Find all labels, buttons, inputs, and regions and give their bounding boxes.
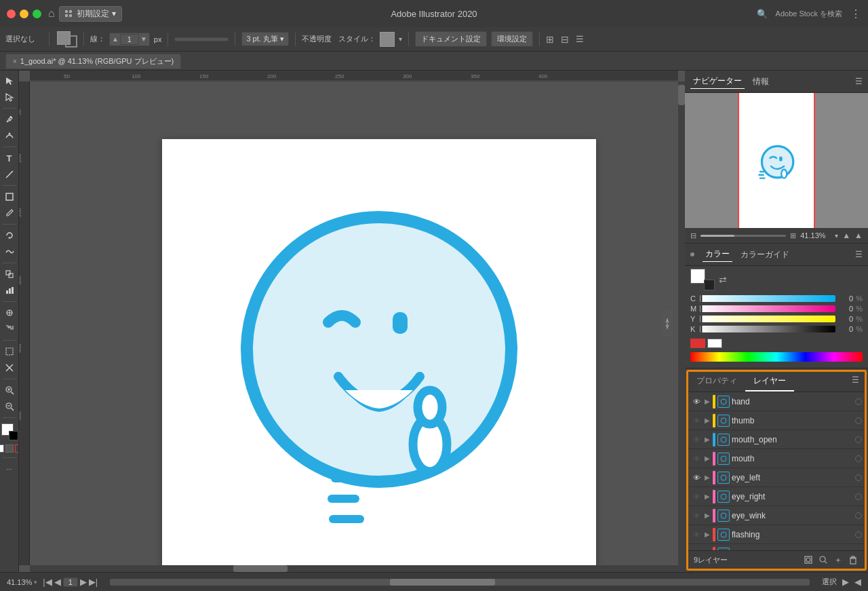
layer-arrow-mouth[interactable]: ▶ bbox=[704, 455, 711, 462]
layer-circle-thumb[interactable] bbox=[855, 417, 862, 424]
layer-eye-eye-wink[interactable]: 👁 bbox=[691, 510, 702, 521]
rotate-tool[interactable] bbox=[2, 228, 17, 243]
play-btn[interactable]: ▶ bbox=[842, 577, 849, 587]
maximize-button[interactable] bbox=[33, 9, 41, 18]
layer-arrow-flashing[interactable]: ▶ bbox=[704, 531, 711, 538]
page-number-input[interactable] bbox=[63, 577, 78, 587]
last-page-btn[interactable]: ▶| bbox=[89, 577, 98, 587]
zoom-slider-track[interactable] bbox=[701, 235, 786, 237]
style-swatch[interactable] bbox=[380, 32, 395, 47]
navigator-tab[interactable]: ナビゲーター bbox=[690, 74, 745, 89]
zoom-up-icon[interactable]: ▲ bbox=[842, 231, 850, 240]
k-slider-track[interactable] bbox=[700, 326, 835, 332]
collapse-right-btn[interactable]: ◀ bbox=[854, 577, 861, 587]
horizontal-scrollbar-thumb[interactable] bbox=[233, 565, 288, 572]
add-layer-btn[interactable]: + bbox=[832, 554, 844, 566]
more-icon[interactable]: ⋮ bbox=[850, 7, 861, 20]
style-chevron[interactable]: ▾ bbox=[399, 35, 402, 43]
layer-circle-flashing[interactable] bbox=[855, 531, 862, 538]
layer-circle-eye-right[interactable] bbox=[855, 493, 862, 500]
layer-eye-flashing[interactable]: 👁 bbox=[691, 529, 702, 540]
artboard-tool[interactable] bbox=[2, 344, 17, 359]
panel-icon-2[interactable]: ⊟ bbox=[561, 34, 569, 45]
color-menu-icon[interactable]: ☰ bbox=[855, 250, 863, 259]
stroke-swatch[interactable] bbox=[65, 35, 77, 47]
y-value[interactable]: 0 bbox=[838, 315, 853, 323]
layer-mouth[interactable]: 👁 ▶ mouth bbox=[688, 449, 865, 468]
brush-selector[interactable]: 3 pt. 丸筆 ▾ bbox=[241, 32, 289, 46]
stroke-icon[interactable] bbox=[5, 444, 14, 453]
k-value[interactable]: 0 bbox=[838, 325, 853, 333]
select-tool[interactable] bbox=[2, 73, 17, 88]
search-label[interactable]: Adobe Stock を検索 bbox=[776, 9, 842, 19]
layer-thumb[interactable]: 👁 ▶ thumb bbox=[688, 411, 865, 430]
layer-flashing[interactable]: 👁 ▶ flashing bbox=[688, 525, 865, 544]
doc-setup-button[interactable]: ドキュメント設定 bbox=[415, 31, 487, 47]
layer-eye-mouth-open[interactable]: 👁 bbox=[691, 434, 702, 445]
layer-mouth-open[interactable]: 👁 ▶ mouth_open bbox=[688, 430, 865, 449]
layer-arrow-mouth-open[interactable]: ▶ bbox=[704, 436, 711, 443]
panel-menu-icon[interactable]: ☰ bbox=[576, 34, 584, 44]
pen-tool[interactable] bbox=[2, 112, 17, 127]
zoom-chevron[interactable]: ▾ bbox=[835, 232, 838, 240]
bg-swatch[interactable] bbox=[704, 280, 715, 290]
next-page-btn[interactable]: ▶ bbox=[80, 577, 87, 587]
layer-arrow-thumb[interactable]: ▶ bbox=[704, 417, 711, 424]
more-tools[interactable]: ··· bbox=[2, 461, 17, 476]
fill-none-icon[interactable] bbox=[0, 444, 4, 453]
zoom-down-icon[interactable]: ▲ bbox=[854, 231, 863, 240]
zoom-in-tool[interactable] bbox=[2, 383, 17, 398]
search-layer-btn[interactable] bbox=[817, 554, 829, 566]
zoom-display-value[interactable]: 41.13% bbox=[7, 578, 32, 586]
color-guide-tab[interactable]: カラーガイド bbox=[738, 248, 792, 262]
layer-circle-hand[interactable] bbox=[855, 398, 862, 405]
layer-hand[interactable]: 👁 ▶ hand bbox=[688, 392, 865, 411]
layer-eye-eye-left[interactable]: 👁 bbox=[691, 472, 702, 483]
layer-circle-mouth[interactable] bbox=[855, 455, 862, 462]
zoom-value[interactable]: 41.13% bbox=[800, 231, 831, 240]
zoom-out-tool[interactable] bbox=[2, 399, 17, 414]
zoom-out-small-icon[interactable]: ⊟ bbox=[690, 231, 696, 240]
tool-color-swatches[interactable] bbox=[1, 423, 18, 440]
workspace-selector[interactable]: 初期設定 ▾ bbox=[59, 6, 122, 22]
layer-eye-hand[interactable]: 👁 bbox=[691, 396, 702, 407]
type-tool[interactable]: T bbox=[2, 151, 17, 166]
layer-circle-mouth-open[interactable] bbox=[855, 436, 862, 443]
m-slider-track[interactable] bbox=[700, 305, 835, 312]
layer-arrow-hand[interactable]: ▶ bbox=[704, 398, 711, 405]
red-swatch[interactable] bbox=[690, 339, 705, 348]
c-slider-track[interactable] bbox=[700, 295, 835, 302]
color-tab[interactable]: カラー bbox=[703, 247, 732, 262]
graph-tool[interactable] bbox=[2, 283, 17, 298]
y-slider-track[interactable] bbox=[700, 316, 835, 322]
layer-arrow-eye-left[interactable]: ▶ bbox=[704, 474, 711, 481]
rect-tool[interactable] bbox=[2, 189, 17, 204]
env-setup-button[interactable]: 環境設定 bbox=[491, 31, 533, 47]
home-icon[interactable]: ⌂ bbox=[48, 7, 55, 20]
tab-close-icon[interactable]: × bbox=[13, 58, 17, 65]
fg-swatch[interactable] bbox=[690, 269, 705, 284]
slice-tool[interactable] bbox=[2, 360, 17, 375]
direct-select-tool[interactable] bbox=[2, 90, 17, 104]
stroke-input[interactable]: 1 bbox=[120, 34, 139, 45]
color-spectrum[interactable] bbox=[690, 352, 863, 362]
pencil-tool[interactable] bbox=[2, 206, 17, 221]
make-clip-mask-btn[interactable] bbox=[802, 554, 814, 566]
symbol-tool[interactable] bbox=[2, 305, 17, 320]
stroke-up-icon[interactable]: ▲ bbox=[112, 35, 119, 43]
prev-page-btn[interactable]: ◀ bbox=[54, 577, 61, 587]
layer-eye-right[interactable]: 👁 ▶ eye_right bbox=[688, 487, 865, 506]
zoom-display[interactable]: 41.13% ▾ bbox=[7, 578, 37, 586]
horizontal-scrollbar[interactable] bbox=[30, 565, 678, 572]
layers-menu-icon[interactable]: ☰ bbox=[846, 372, 865, 392]
column-graph-tool[interactable] bbox=[2, 322, 17, 337]
layer-eye-mouth[interactable]: 👁 bbox=[691, 453, 702, 464]
fill-stroke-swatches[interactable] bbox=[56, 30, 77, 49]
layer-arrow-eye-right[interactable]: ▶ bbox=[704, 493, 711, 500]
curvature-tool[interactable] bbox=[2, 128, 17, 143]
bottom-scroll-track[interactable] bbox=[110, 579, 810, 586]
swap-colors-icon[interactable]: ⇄ bbox=[719, 274, 727, 285]
navigator-menu-icon[interactable]: ☰ bbox=[855, 77, 863, 86]
scale-tool[interactable] bbox=[2, 267, 17, 282]
first-page-btn[interactable]: |◀ bbox=[43, 577, 52, 587]
